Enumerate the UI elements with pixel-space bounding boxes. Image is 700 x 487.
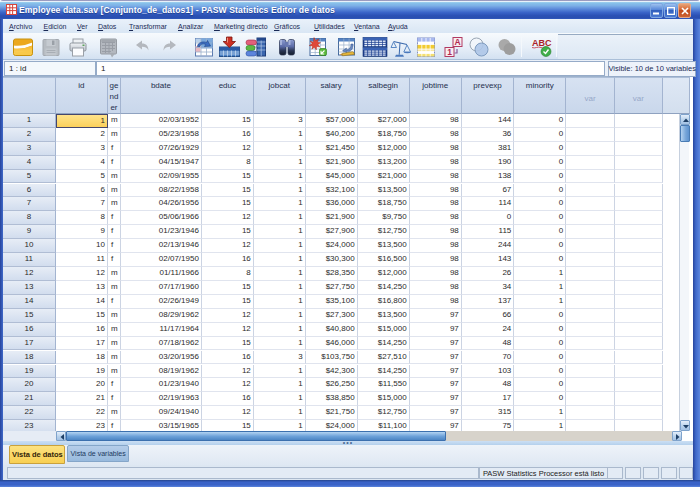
svg-text:ABC: ABC [532,38,552,48]
svg-text:A: A [454,37,460,47]
svg-text:1: 1 [447,47,452,57]
